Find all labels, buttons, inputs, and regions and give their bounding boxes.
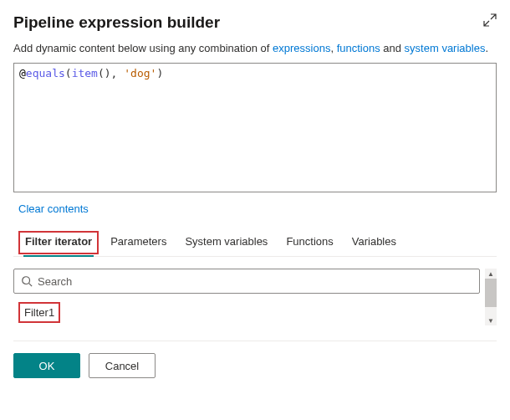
search-icon <box>21 275 33 287</box>
code-paren-close: ) <box>156 67 163 79</box>
scroll-down-icon[interactable]: ▼ <box>485 315 497 325</box>
tab-parameters[interactable]: Parameters <box>109 230 168 256</box>
expressions-link[interactable]: expressions <box>273 42 330 54</box>
tabs-row: Filter iterator Parameters System variab… <box>13 230 497 257</box>
code-paren-open: ( <box>65 67 72 79</box>
system-variables-link[interactable]: system variables <box>405 42 486 54</box>
code-at: @ <box>19 67 26 79</box>
code-string: 'dog' <box>124 67 156 79</box>
code-item: item <box>72 67 98 79</box>
scrollbar[interactable]: ▲ ▼ <box>485 269 497 325</box>
footer-buttons: OK Cancel <box>13 341 497 378</box>
clear-contents-link[interactable]: Clear contents <box>18 202 89 215</box>
search-box[interactable] <box>13 269 480 294</box>
svg-point-0 <box>23 277 30 284</box>
scrollbar-thumb[interactable] <box>485 279 497 307</box>
tab-filter-iterator[interactable]: Filter iterator <box>23 230 94 257</box>
code-parens-empty: () <box>98 67 111 79</box>
expression-editor[interactable]: @equals(item(), 'dog') <box>13 63 497 192</box>
search-input[interactable] <box>38 275 472 288</box>
tab-functions[interactable]: Functions <box>284 230 334 256</box>
svg-line-1 <box>29 284 33 287</box>
functions-link[interactable]: functions <box>337 42 380 54</box>
code-comma: , <box>111 67 125 79</box>
page-title: Pipeline expression builder <box>13 13 220 32</box>
list-item-filter1[interactable]: Filter1 <box>18 302 60 323</box>
tab-system-variables[interactable]: System variables <box>183 230 269 256</box>
tab-variables[interactable]: Variables <box>350 230 398 256</box>
subtitle-text: Add dynamic content below using any comb… <box>13 42 497 54</box>
scroll-up-icon[interactable]: ▲ <box>485 269 497 279</box>
cancel-button[interactable]: Cancel <box>89 353 156 378</box>
expand-icon[interactable] <box>483 13 497 29</box>
code-equals: equals <box>26 67 65 79</box>
ok-button[interactable]: OK <box>13 353 80 378</box>
